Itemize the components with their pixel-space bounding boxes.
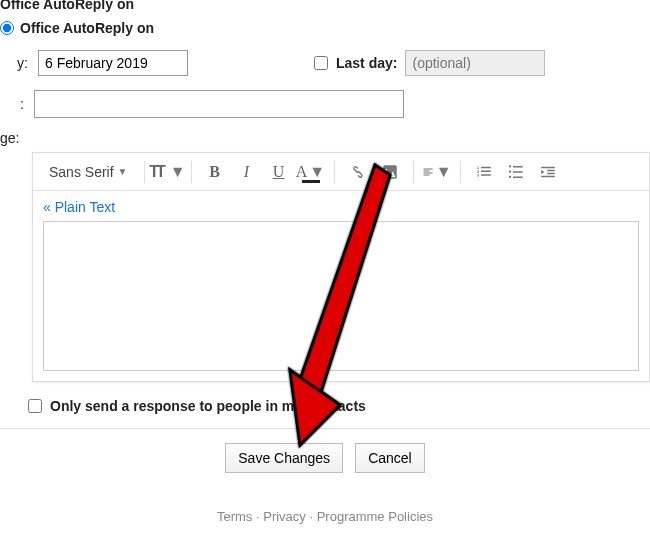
separator [144,161,145,183]
font-name: Sans Serif [49,164,114,180]
last-day-checkbox[interactable] [314,56,328,70]
cancel-button[interactable]: Cancel [355,443,425,473]
last-day-input[interactable] [405,50,545,76]
chevron-down-icon: ▼ [170,163,186,181]
font-size-button[interactable]: TT ▼ [153,158,183,186]
date-row: y: Last day: [0,46,650,86]
message-body[interactable] [43,221,639,371]
message-editor: Sans Serif ▼ TT ▼ B I U A▼ ▼ [32,152,650,382]
ordered-list-button[interactable] [469,158,499,186]
link-button[interactable] [343,158,373,186]
align-left-icon [422,163,434,181]
link-icon [349,163,367,181]
chevron-down-icon: ▼ [309,163,325,181]
font-selector[interactable]: Sans Serif ▼ [41,162,136,182]
editor-toolbar: Sans Serif ▼ TT ▼ B I U A▼ ▼ [33,153,649,191]
privacy-link[interactable]: Privacy [263,509,306,524]
indent-button[interactable] [533,158,563,186]
chevron-down-icon: ▼ [436,163,452,181]
save-changes-button[interactable]: Save Changes [225,443,343,473]
last-day-label: Last day: [336,55,397,71]
autoreply-on-label: Office AutoReply on [20,20,154,36]
bold-button[interactable]: B [200,158,230,186]
underline-icon: U [273,163,285,181]
separator [460,161,461,183]
first-day-label: y: [0,55,28,71]
ordered-list-icon [475,163,493,181]
terms-link[interactable]: Terms [217,509,252,524]
separator [334,161,335,183]
last-day-wrap: Last day: [314,50,545,76]
header-cutoff-text: Office AutoReply on [0,0,650,18]
button-row: Save Changes Cancel [0,429,650,491]
autoreply-on-row: Office AutoReply on [0,18,650,46]
subject-label: : [0,96,24,112]
italic-icon: I [244,163,249,181]
separator [413,161,414,183]
separator [191,161,192,183]
contacts-only-checkbox[interactable] [28,399,42,413]
message-label: ge: [0,128,650,152]
first-day-input[interactable] [38,50,188,76]
chevron-down-icon: ▼ [118,166,128,177]
text-size-small-icon: T [156,163,166,181]
unordered-list-icon [507,163,525,181]
image-icon [381,163,399,181]
autoreply-on-radio[interactable] [0,21,14,35]
unordered-list-button[interactable] [501,158,531,186]
subject-row: : [0,86,650,128]
image-button[interactable] [375,158,405,186]
underline-button[interactable]: U [264,158,294,186]
subject-input[interactable] [34,90,404,118]
text-color-icon: A [296,163,308,181]
contacts-row: Only send a response to people in my Con… [0,382,650,429]
policies-link[interactable]: Programme Policies [317,509,433,524]
plain-text-row: « Plain Text [33,191,649,221]
plain-text-link[interactable]: « Plain Text [43,199,115,215]
indent-icon [539,163,557,181]
italic-button[interactable]: I [232,158,262,186]
contacts-only-label: Only send a response to people in my Con… [50,398,366,414]
bold-icon: B [209,163,220,181]
footer: Terms · Privacy · Programme Policies [0,491,650,542]
text-color-button[interactable]: A▼ [296,158,326,186]
align-button[interactable]: ▼ [422,158,452,186]
